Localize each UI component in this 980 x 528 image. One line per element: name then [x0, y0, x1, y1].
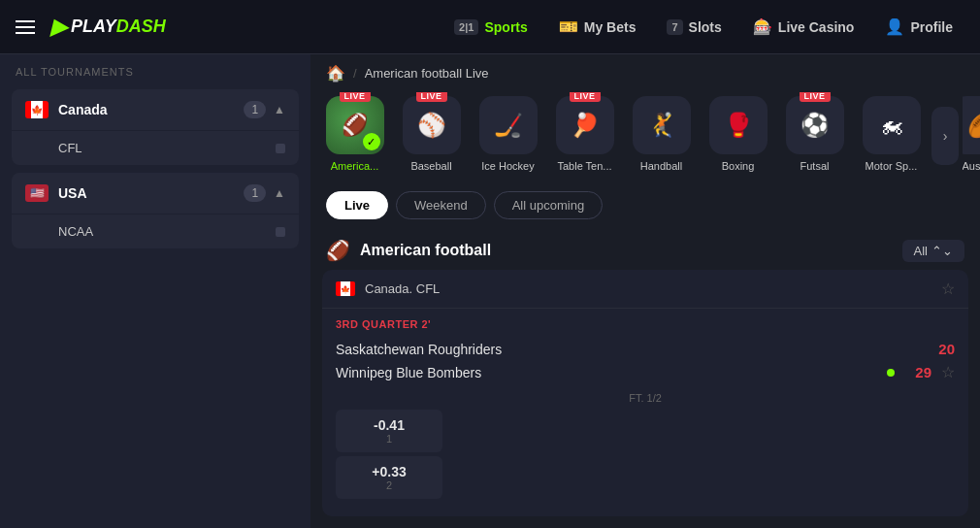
dropdown-label: All	[914, 244, 928, 258]
motor-sports-icon-wrap: 🏍	[863, 96, 921, 154]
canada-count: 1	[244, 101, 266, 118]
american-football-emoji: 🏈	[342, 113, 368, 138]
home-icon[interactable]: 🏠	[326, 64, 345, 82]
odds-value-2: +0.33	[372, 464, 406, 479]
country-canada-header[interactable]: Canada 1 ▲	[12, 89, 299, 130]
nav-livecasino-label: Live Casino	[778, 19, 855, 35]
header: ▶ PLAY DASH 2|1 Sports 🎫 My Bets 7 Slots…	[0, 0, 980, 54]
boxing-emoji: 🥊	[724, 112, 753, 139]
australia-emoji: 🏉	[967, 112, 980, 139]
odds-value-1: -0.41	[374, 417, 405, 433]
american-football-label: America...	[331, 160, 379, 172]
nav-profile[interactable]: 👤 Profile	[873, 10, 964, 44]
nav-profile-label: Profile	[910, 19, 953, 35]
slots-badge: 7	[667, 19, 682, 35]
motor-sports-emoji: 🏍	[880, 112, 903, 139]
futsal-icon-wrap: LIVE ⚽	[786, 96, 844, 154]
filter-upcoming[interactable]: All upcoming	[494, 191, 603, 219]
odds-section: FT. 1/2 -0.41 1 +0.33 2	[336, 384, 955, 507]
logo-dash-text: DASH	[116, 16, 166, 37]
country-usa-header[interactable]: USA 1 ▲	[12, 173, 299, 214]
sidebar: ALL TOURNAMENTS Canada 1 ▲ CFL USA 1 ▲	[0, 54, 310, 528]
sport-table-tennis[interactable]: LIVE 🏓 Table Ten...	[548, 92, 621, 180]
canada-chevron-icon: ▲	[274, 103, 285, 116]
nav-mybets[interactable]: 🎫 My Bets	[547, 10, 648, 44]
sport-american-football[interactable]: LIVE 🏈 ✓ America...	[318, 92, 391, 180]
filter-tabs: Live Weekend All upcoming	[310, 187, 980, 231]
odds-btn-2[interactable]: +0.33 2	[336, 456, 442, 499]
team1-name: Saskatchewan Roughriders	[336, 342, 926, 357]
filter-weekend[interactable]: Weekend	[396, 191, 486, 219]
chevron-right-icon: ›	[943, 128, 948, 144]
sport-handball[interactable]: 🤾 Handball	[625, 92, 698, 180]
ice-hockey-label: Ice Hockey	[481, 160, 534, 172]
handball-label: Handball	[640, 160, 682, 172]
match-league-label: Canada. CFL	[365, 281, 931, 296]
sidebar-title: ALL TOURNAMENTS	[12, 66, 299, 78]
match-body: 3RD QUARTER 2' Saskatchewan Roughriders …	[322, 309, 968, 516]
ice-hockey-emoji: 🏒	[494, 112, 523, 139]
table-tennis-label: Table Ten...	[557, 160, 611, 172]
team2-score: 29	[902, 364, 931, 380]
odds-btn-1[interactable]: -0.41 1	[336, 410, 442, 452]
filter-live[interactable]: Live	[326, 191, 388, 219]
match-favorite-button[interactable]: ☆	[941, 363, 955, 381]
team1-row: Saskatchewan Roughriders 20	[336, 338, 955, 360]
content: 🏠 / American football Live LIVE 🏈 ✓ Amer…	[310, 54, 980, 528]
nav-sports[interactable]: 2|1 Sports	[442, 12, 539, 43]
sport-baseball[interactable]: LIVE ⚾ Baseball	[395, 92, 468, 180]
breadcrumb: 🏠 / American football Live	[310, 54, 980, 92]
cfl-league-name: CFL	[58, 141, 276, 155]
dropdown-chevron-icon: ⌃⌄	[931, 244, 953, 258]
nav-mybets-label: My Bets	[584, 19, 637, 35]
team2-row: Winnipeg Blue Bombers 29 ☆	[336, 360, 955, 384]
sport-boxing[interactable]: 🥊 Boxing	[702, 92, 774, 180]
section-sport-icon: 🏈	[326, 239, 350, 262]
sports-row: LIVE 🏈 ✓ America... LIVE ⚾ Baseball 🏒	[310, 92, 980, 187]
live-dot-icon	[887, 369, 895, 377]
usa-name: USA	[58, 185, 244, 201]
main-nav: 2|1 Sports 🎫 My Bets 7 Slots 🎰 Live Casi…	[442, 10, 964, 44]
motor-sports-label: Motor Sp...	[866, 160, 918, 172]
sport-motor-sports[interactable]: 🏍 Motor Sp...	[855, 92, 928, 180]
sport-australia[interactable]: 🏉 Austra...	[963, 92, 980, 180]
livecasino-icon: 🎰	[753, 17, 772, 36]
section-title: American football	[360, 242, 893, 259]
ncaa-league-name: NCAA	[58, 224, 276, 239]
cfl-league-item[interactable]: CFL	[12, 130, 299, 165]
all-dropdown[interactable]: All ⌃⌄	[902, 240, 964, 262]
baseball-emoji: ⚾	[417, 112, 446, 139]
hamburger-button[interactable]	[16, 20, 35, 34]
american-football-live-badge: LIVE	[339, 92, 370, 102]
match-league-header: Canada. CFL ☆	[322, 270, 968, 309]
boxing-icon-wrap: 🥊	[709, 96, 768, 154]
canada-flag	[25, 101, 49, 118]
team2-name: Winnipeg Blue Bombers	[336, 365, 887, 380]
breadcrumb-separator: /	[353, 66, 357, 81]
league-favorite-button[interactable]: ☆	[941, 280, 955, 298]
sport-ice-hockey[interactable]: 🏒 Ice Hockey	[472, 92, 544, 180]
odds-num-1: 1	[386, 433, 392, 445]
futsal-live-badge: LIVE	[799, 92, 830, 102]
main-layout: ALL TOURNAMENTS Canada 1 ▲ CFL USA 1 ▲	[0, 54, 980, 528]
logo-play-text: PLAY	[71, 16, 116, 37]
match-period: 3RD QUARTER 2'	[336, 318, 955, 330]
ice-hockey-icon-wrap: 🏒	[479, 96, 538, 154]
american-football-icon: LIVE 🏈 ✓	[326, 96, 384, 154]
nav-livecasino[interactable]: 🎰 Live Casino	[741, 10, 866, 44]
australia-label: Austra...	[963, 160, 980, 172]
match-card: Canada. CFL ☆ 3RD QUARTER 2' Saskatchewa…	[322, 270, 968, 516]
sports-nav-next[interactable]: ›	[931, 107, 959, 165]
ncaa-league-item[interactable]: NCAA	[12, 214, 299, 248]
country-usa: USA 1 ▲ NCAA	[12, 173, 299, 248]
australia-icon-wrap: 🏉	[963, 96, 980, 154]
handball-emoji: 🤾	[647, 112, 676, 139]
logo: ▶ PLAY DASH	[50, 15, 166, 40]
futsal-label: Futsal	[800, 160, 830, 172]
section-header: 🏈 American football All ⌃⌄	[310, 231, 980, 270]
nav-slots[interactable]: 7 Slots	[655, 12, 733, 43]
baseball-label: Baseball	[410, 160, 451, 172]
sport-futsal[interactable]: LIVE ⚽ Futsal	[778, 92, 851, 180]
nav-slots-label: Slots	[689, 19, 722, 35]
sports-badge: 2|1	[454, 19, 478, 35]
